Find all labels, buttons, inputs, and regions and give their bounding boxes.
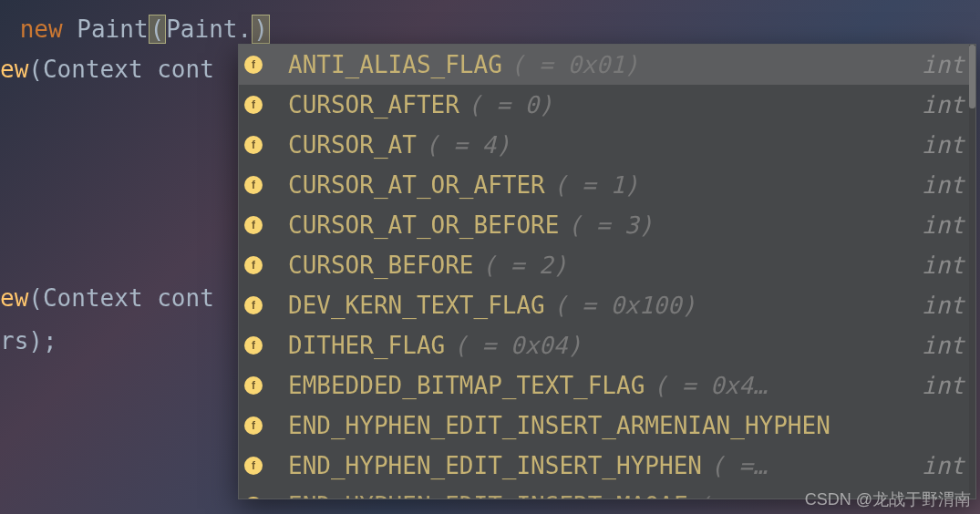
field-icon: f <box>244 336 263 355</box>
field-icon: f <box>244 497 263 499</box>
field-icon: f <box>244 56 263 74</box>
class-paint: Paint <box>77 15 148 43</box>
completion-type: int <box>922 171 965 199</box>
completion-hint: ( = 0x04) <box>453 332 582 359</box>
field-icon: f <box>244 457 263 475</box>
completion-name: EMBEDDED_BITMAP_TEXT_FLAG <box>288 372 645 399</box>
completion-name: DEV_KERN_TEXT_FLAG <box>288 292 545 319</box>
lock-icon <box>266 175 275 184</box>
field-icon: f <box>244 216 263 234</box>
lock-icon <box>266 95 275 104</box>
completion-type: int <box>922 91 965 118</box>
completion-item[interactable]: fEND_HYPHEN_EDIT_INSERT_HYPHEN ( =…int <box>239 446 975 486</box>
completion-item[interactable]: fCURSOR_AT_OR_BEFORE ( = 3)int <box>239 205 975 245</box>
code-line-5: rs); <box>0 321 57 361</box>
popup-scrollthumb[interactable] <box>969 45 975 108</box>
lock-icon <box>266 456 275 465</box>
completion-hint: ( = 2) <box>482 252 568 279</box>
completion-item[interactable]: fCURSOR_BEFORE ( = 2)int <box>239 245 975 285</box>
completion-name: DITHER_FLAG <box>288 332 445 359</box>
completion-name: CURSOR_AT_OR_BEFORE <box>288 211 559 239</box>
field-icon: f <box>244 96 263 114</box>
completion-name: ANTI_ALIAS_FLAG <box>288 51 502 78</box>
completion-item[interactable]: fANTI_ALIAS_FLAG ( = 0x01)int <box>239 45 975 85</box>
completion-type: int <box>922 131 965 159</box>
paren-close: ) <box>252 15 270 44</box>
lock-icon <box>266 295 275 304</box>
completion-item[interactable]: fEND_HYPHEN_EDIT_INSERT_ARMENIAN_HYPHEN <box>239 406 975 446</box>
completion-type: int <box>922 292 965 319</box>
completion-hint: ( = 0x01) <box>511 51 639 78</box>
completion-type: int <box>922 452 965 479</box>
lock-icon <box>266 375 275 385</box>
completion-name: CURSOR_AT_OR_AFTER <box>288 171 545 199</box>
completion-hint: ( = 0x100) <box>553 292 696 319</box>
field-icon: f <box>244 416 263 435</box>
completion-type: int <box>922 211 965 239</box>
completion-name: CURSOR_AT <box>288 131 417 159</box>
completion-item[interactable]: fEMBEDDED_BITMAP_TEXT_FLAG ( = 0x4…int <box>239 365 975 406</box>
lock-icon <box>266 135 275 144</box>
lock-icon <box>266 416 275 425</box>
completion-item[interactable]: fDITHER_FLAG ( = 0x04)int <box>239 325 975 365</box>
field-icon: f <box>244 256 263 274</box>
completion-item[interactable]: fCURSOR_AT ( = 4)int <box>239 125 975 165</box>
completion-type: int <box>922 51 965 78</box>
field-icon: f <box>244 136 263 154</box>
lock-icon <box>266 496 275 499</box>
completion-hint: ( =… <box>710 452 768 479</box>
keyword-new: new <box>5 15 77 43</box>
completion-type: int <box>922 372 965 399</box>
completion-name: END_HYPHEN_EDIT_INSERT_MAQAF <box>288 492 687 499</box>
field-icon: f <box>244 296 263 314</box>
class-paint-dot: Paint. <box>166 15 252 43</box>
completion-name: CURSOR_BEFORE <box>288 252 474 279</box>
completion-item[interactable]: fCURSOR_AFTER ( = 0)int <box>239 85 975 125</box>
completion-hint: ( = 0x4… <box>653 372 767 399</box>
completion-hint: ( = 0) <box>468 91 553 118</box>
lock-icon <box>266 55 275 64</box>
completion-name: CURSOR_AFTER <box>288 91 459 118</box>
completion-hint: ( … <box>696 492 738 499</box>
autocomplete-popup[interactable]: fANTI_ALIAS_FLAG ( = 0x01)intfCURSOR_AFT… <box>238 44 976 499</box>
completion-name: END_HYPHEN_EDIT_INSERT_HYPHEN <box>288 452 702 479</box>
watermark: CSDN @龙战于野渭南 <box>805 488 971 510</box>
lock-icon <box>266 255 275 264</box>
completion-type: int <box>922 252 965 279</box>
lock-icon <box>266 215 275 224</box>
completion-item[interactable]: fDEV_KERN_TEXT_FLAG ( = 0x100)int <box>239 285 975 325</box>
paren-open: ( <box>149 15 167 44</box>
completion-hint: ( = 1) <box>553 171 639 199</box>
field-icon: f <box>244 176 263 194</box>
completion-hint: ( = 3) <box>567 211 653 239</box>
field-icon: f <box>244 376 263 395</box>
completion-item[interactable]: fCURSOR_AT_OR_AFTER ( = 1)int <box>239 165 975 205</box>
completion-hint: ( = 4) <box>425 131 511 159</box>
popup-scrollbar[interactable] <box>969 45 975 499</box>
lock-icon <box>266 335 275 344</box>
code-line-4: ew(Context cont <box>0 278 214 318</box>
completion-type: int <box>922 332 965 359</box>
completion-name: END_HYPHEN_EDIT_INSERT_ARMENIAN_HYPHEN <box>288 412 830 439</box>
